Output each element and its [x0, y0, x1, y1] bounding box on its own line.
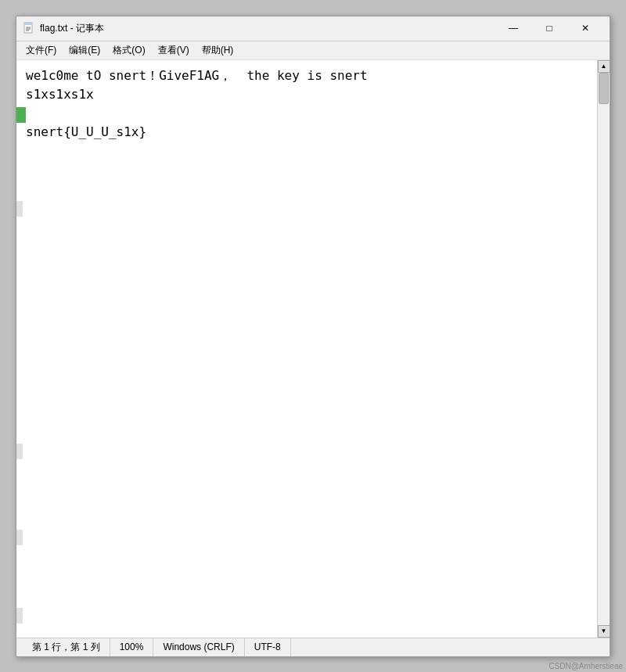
left-marker-4 [16, 530, 23, 545]
left-marker-3 [16, 444, 23, 459]
window-controls: — □ ✕ [495, 16, 603, 41]
status-line-ending: Windows (CRLF) [153, 638, 244, 656]
menu-help[interactable]: 帮助(H) [196, 42, 240, 59]
text-content[interactable]: we1c0me tO snert！GiveF1AG， the key is sn… [16, 60, 597, 638]
scroll-down-button[interactable]: ▼ [598, 625, 610, 638]
scroll-up-button[interactable]: ▲ [598, 60, 610, 73]
notepad-window: flag.txt - 记事本 — □ ✕ 文件(F) 编辑(E) 格式(O) 查… [16, 16, 610, 657]
status-position: 第 1 行，第 1 列 [23, 638, 110, 656]
minimize-button[interactable]: — [495, 16, 531, 41]
scrollbar-thumb[interactable] [599, 73, 609, 104]
content-area: we1c0me tO snert！GiveF1AG， the key is sn… [16, 60, 610, 638]
left-marker-1 [16, 107, 26, 123]
watermark: CSDN@Amherstieae [549, 662, 623, 670]
window-title: flag.txt - 记事本 [40, 22, 495, 35]
status-zoom: 100% [110, 638, 154, 656]
svg-rect-1 [24, 23, 32, 25]
left-marker-2 [16, 201, 23, 217]
scrollbar: ▲ ▼ [597, 60, 610, 638]
menu-bar: 文件(F) 编辑(E) 格式(O) 查看(V) 帮助(H) [16, 41, 610, 60]
close-button[interactable]: ✕ [567, 16, 603, 41]
status-encoding: UTF-8 [245, 638, 291, 656]
menu-file[interactable]: 文件(F) [20, 42, 63, 59]
title-bar: flag.txt - 记事本 — □ ✕ [16, 16, 610, 41]
menu-format[interactable]: 格式(O) [106, 42, 151, 59]
status-bar: 第 1 行，第 1 列 100% Windows (CRLF) UTF-8 CS… [16, 638, 610, 656]
scrollbar-track[interactable] [598, 73, 610, 625]
menu-view[interactable]: 查看(V) [152, 42, 196, 59]
app-icon [23, 22, 35, 34]
menu-edit[interactable]: 编辑(E) [63, 42, 106, 59]
maximize-button[interactable]: □ [531, 16, 567, 41]
left-marker-5 [16, 608, 23, 623]
